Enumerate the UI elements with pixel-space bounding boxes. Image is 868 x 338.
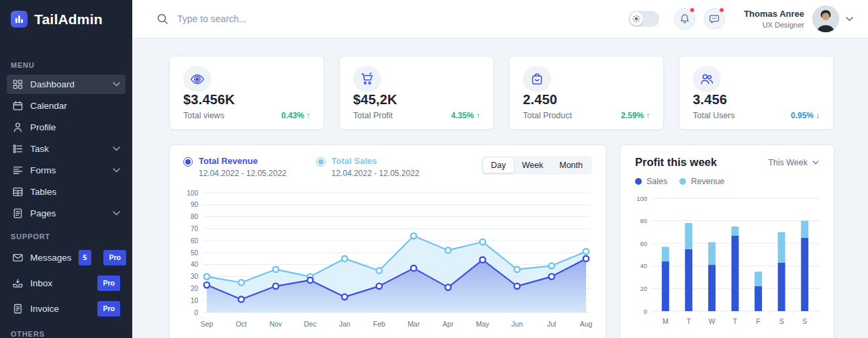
legend-item-revenue[interactable]: Revenue — [679, 177, 724, 186]
messages-button[interactable] — [704, 8, 725, 30]
nav-section-label: OTHERS — [11, 330, 122, 338]
sidebar-nav: MENUDashboardCalendarProfileTaskFormsTab… — [0, 61, 132, 338]
search-input[interactable] — [177, 13, 405, 24]
app-root: TailAdmin MENUDashboardCalendarProfileTa… — [0, 0, 868, 338]
sidebar-item-label: Messages — [30, 252, 72, 263]
stat-delta-value: 4.35% — [451, 111, 474, 120]
sidebar-item-calendar[interactable]: Calendar — [7, 96, 126, 116]
svg-text:T: T — [687, 317, 691, 325]
svg-text:90: 90 — [191, 201, 199, 208]
svg-text:0: 0 — [644, 308, 647, 315]
stat-foot: Total Users0.95%↓ — [693, 111, 820, 120]
stat-delta-value: 0.43% — [281, 111, 304, 120]
arrow-up-icon: ↑ — [646, 111, 650, 120]
svg-text:S: S — [779, 317, 784, 325]
stat-card-total-profit: $45,2KTotal Profit4.35%↑ — [339, 56, 494, 130]
profit-week-bar-chart[interactable]: 020406080100MTWTFSS — [635, 192, 819, 338]
sidebar-item-task[interactable]: Task — [7, 139, 126, 159]
sidebar-item-profile[interactable]: Profile — [7, 118, 126, 137]
chart-header: Total Revenue12.04.2022 - 12.05.2022Tota… — [183, 156, 592, 178]
stat-card-total-views: $3.456KTotal views0.43%↑ — [169, 56, 324, 130]
stat-delta-value: 0.95% — [791, 111, 814, 120]
svg-text:Dec: Dec — [304, 320, 317, 328]
svg-text:Jul: Jul — [547, 320, 556, 328]
arrow-up-icon: ↑ — [476, 111, 480, 120]
stat-delta: 0.43%↑ — [281, 111, 310, 120]
sidebar-item-label: Dashboard — [30, 79, 75, 90]
sidebar-item-label: Task — [30, 143, 49, 155]
svg-text:Oct: Oct — [236, 320, 246, 328]
svg-text:40: 40 — [191, 261, 199, 268]
svg-text:80: 80 — [640, 217, 647, 224]
stat-foot: Total Product2.59%↑ — [523, 111, 650, 120]
logo[interactable]: TailAdmin — [0, 0, 132, 37]
profile-icon — [12, 122, 23, 133]
sidebar-item-label: Forms — [30, 165, 56, 176]
arrow-down-icon: ↓ — [816, 111, 820, 120]
svg-text:70: 70 — [191, 225, 199, 233]
legend-dot-icon — [635, 178, 642, 185]
sidebar-item-messages[interactable]: Messages5Pro — [7, 246, 126, 269]
range-button-week[interactable]: Week — [515, 158, 551, 173]
bell-icon — [679, 13, 690, 24]
legend-label: Revenue — [691, 177, 724, 186]
range-button-month[interactable]: Month — [552, 158, 590, 173]
week-select-dropdown[interactable]: This Week — [768, 158, 819, 167]
eye-icon — [183, 66, 211, 92]
pro-badge: Pro — [97, 276, 120, 291]
cart-icon — [353, 66, 381, 92]
svg-text:Jun: Jun — [512, 320, 523, 328]
sidebar-item-label: Calendar — [30, 100, 67, 112]
stat-value: 3.456 — [693, 92, 820, 108]
sidebar-item-invoice[interactable]: InvoicePro — [7, 297, 126, 321]
theme-toggle[interactable] — [628, 11, 659, 27]
legend-item-total-sales[interactable]: Total Sales12.04.2022 - 12.05.2022 — [316, 156, 420, 178]
svg-text:Feb: Feb — [373, 320, 385, 328]
svg-text:30: 30 — [191, 273, 199, 280]
range-button-day[interactable]: Day — [483, 158, 513, 173]
sidebar-item-inbox[interactable]: InboxPro — [7, 271, 126, 295]
svg-text:100: 100 — [636, 195, 647, 202]
svg-text:20: 20 — [640, 285, 647, 292]
svg-text:Aug: Aug — [580, 320, 593, 328]
stat-delta: 0.95%↓ — [791, 111, 820, 120]
legend-item-total-revenue[interactable]: Total Revenue12.04.2022 - 12.05.2022 — [183, 156, 287, 178]
search-icon — [156, 13, 168, 25]
calendar-icon — [12, 100, 23, 112]
svg-text:W: W — [708, 317, 715, 325]
stat-delta-value: 2.59% — [621, 111, 644, 120]
revenue-sales-area-chart[interactable]: 0102030405060708090100SepOctNovDecJanFeb… — [183, 186, 592, 335]
chevron-down-icon — [113, 168, 120, 173]
bar-chart-legend: SalesRevenue — [635, 177, 819, 186]
area-chart-legend: Total Revenue12.04.2022 - 12.05.2022Tota… — [183, 156, 420, 178]
radio-marker-icon — [183, 157, 193, 167]
profit-chart-title: Profit this week — [635, 156, 717, 169]
legend-item-sales[interactable]: Sales — [635, 177, 667, 186]
chevron-down-icon — [113, 82, 120, 87]
legend-series-name: Total Revenue — [199, 156, 287, 166]
sun-icon — [630, 12, 643, 26]
sidebar-item-pages[interactable]: Pages — [7, 204, 126, 223]
profit-week-chart-card: Profit this week This Week SalesRevenue … — [620, 144, 834, 338]
stat-foot: Total views0.43%↑ — [183, 111, 310, 120]
legend-series-period: 12.04.2022 - 12.05.2022 — [332, 169, 420, 178]
stat-label: Total Product — [523, 111, 572, 120]
svg-text:100: 100 — [187, 189, 198, 197]
forms-icon — [12, 165, 23, 176]
user-menu[interactable]: Thomas Anree UX Designer — [744, 5, 853, 32]
sidebar-item-forms[interactable]: Forms — [7, 161, 126, 180]
user-avatar — [812, 5, 839, 32]
notifications-button[interactable] — [674, 8, 695, 30]
sidebar-item-dashboard[interactable]: Dashboard — [7, 75, 126, 94]
svg-text:20: 20 — [191, 285, 199, 292]
svg-text:40: 40 — [640, 262, 647, 269]
legend-text: Total Sales12.04.2022 - 12.05.2022 — [332, 156, 420, 178]
stat-value: 2.450 — [523, 92, 650, 108]
nav-section-label: MENU — [11, 61, 122, 69]
user-role: UX Designer — [744, 21, 804, 29]
svg-text:Jan: Jan — [339, 320, 350, 328]
profit-chart-header: Profit this week This Week — [635, 156, 819, 169]
stat-delta: 4.35%↑ — [451, 111, 480, 120]
sidebar-item-tables[interactable]: Tables — [7, 182, 126, 202]
svg-text:80: 80 — [191, 213, 199, 220]
